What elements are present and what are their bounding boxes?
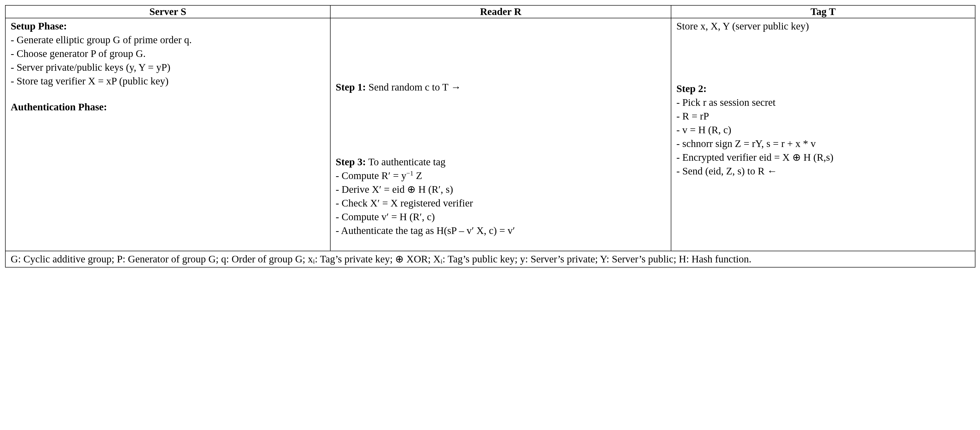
step-3e: - Authenticate the tag as H(sP – v′ X, c…	[336, 224, 668, 237]
step-3-text: To authenticate tag	[366, 156, 445, 167]
step-2a: - Pick r as session secret	[676, 96, 972, 109]
step-3a-pre: - Compute R′ = y	[336, 170, 406, 181]
step-1-text: Send random c to T →	[366, 81, 461, 93]
step-3c: - Check X′ = X registered verifier	[336, 196, 668, 210]
step-3a-post: Z	[414, 170, 422, 181]
step-2b: - R = rP	[676, 109, 972, 123]
tag-store: Store x, X, Y (server public key)	[676, 19, 972, 33]
protocol-table: Server S Reader R Tag T Setup Phase: - G…	[5, 5, 975, 268]
step-2f: - Send (eid, Z, s) to R ←	[676, 164, 972, 178]
server-cell: Setup Phase: - Generate elliptic group G…	[5, 18, 330, 251]
setup-line-1: - Generate elliptic group G of prime ord…	[11, 33, 327, 47]
step-2-label: Step 2:	[676, 82, 972, 96]
header-reader: Reader R	[330, 5, 671, 18]
setup-line-2: - Choose generator P of group G.	[11, 47, 327, 61]
legend-pre: G: Cyclic additive group; P: Generator o…	[11, 253, 313, 265]
step-2c: - v = H (R, c)	[676, 123, 972, 137]
header-server: Server S	[5, 5, 330, 18]
step-3-label: Step 3:	[336, 156, 366, 167]
setup-line-3: - Server private/public keys (y, Y = yP)	[11, 61, 327, 74]
setup-phase-label: Setup Phase:	[11, 19, 327, 33]
legend-sub1: i	[313, 258, 315, 265]
step-1: Step 1: Send random c to T →	[336, 80, 668, 94]
step-3: Step 3: To authenticate tag	[336, 155, 668, 169]
legend-mid1: : Tag’s private key; ⊕ XOR; X	[315, 253, 441, 265]
auth-phase-label: Authentication Phase:	[11, 100, 327, 114]
tag-cell: Store x, X, Y (server public key) Step 2…	[671, 18, 975, 251]
setup-line-4: - Store tag verifier X = xP (public key)	[11, 74, 327, 88]
step-3a: - Compute R′ = y−1 Z	[336, 169, 668, 183]
step-3b: - Derive X′ = eid ⊕ H (R′, s)	[336, 183, 668, 196]
step-1-label: Step 1:	[336, 81, 366, 93]
step-3a-sup: −1	[406, 170, 414, 177]
step-2e: - Encrypted verifier eid = X ⊕ H (R,s)	[676, 151, 972, 164]
reader-cell: Step 1: Send random c to T → Step 3: To …	[330, 18, 671, 251]
legend-mid2: : Tag’s public key; y: Server’s private;…	[442, 253, 751, 265]
header-tag: Tag T	[671, 5, 975, 18]
legend-sub2: i	[441, 258, 442, 265]
legend: G: Cyclic additive group; P: Generator o…	[5, 251, 975, 267]
step-3d: - Compute v′ = H (R′, c)	[336, 210, 668, 224]
step-2d: - schnorr sign Z = rY, s = r + x * v	[676, 137, 972, 151]
